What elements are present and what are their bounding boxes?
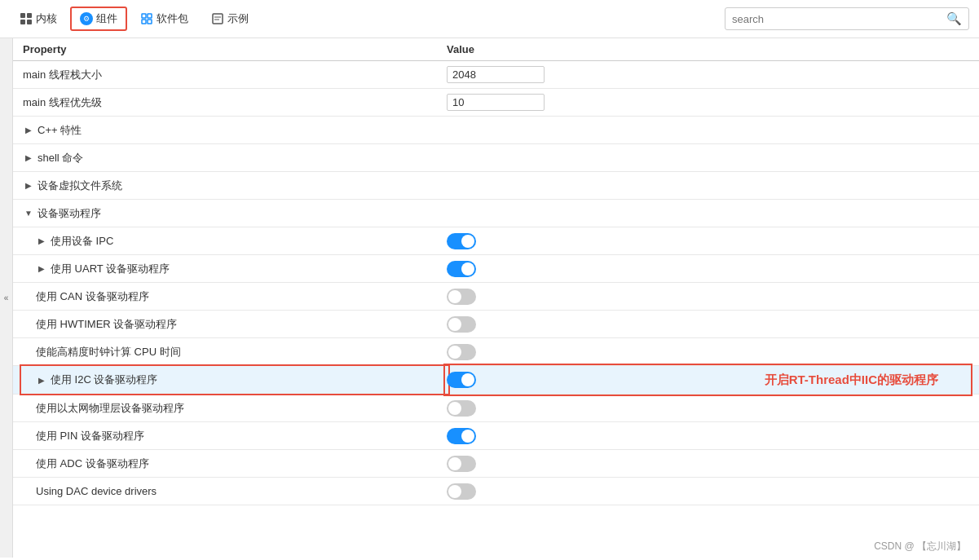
table-row: main 线程栈大小 — [13, 61, 979, 89]
property-cell: main 线程优先级 — [23, 90, 447, 115]
property-table: Property Value main 线程栈大小 main 线程优先级 — [13, 38, 979, 558]
expand-arrow[interactable] — [36, 374, 47, 386]
footer: CSDN @ 【忘川湖】 — [874, 540, 966, 553]
main-stack-input[interactable] — [447, 66, 545, 83]
property-label: 设备驱动程序 — [37, 206, 101, 221]
sidebar-toggle[interactable]: « — [0, 38, 13, 558]
expand-arrow[interactable] — [23, 125, 34, 136]
value-cell — [447, 209, 969, 218]
value-cell — [447, 339, 969, 365]
expand-arrow[interactable] — [36, 263, 47, 275]
table-row: 使用 PIN 设备驱动程序 — [13, 422, 979, 450]
toggle-eth[interactable] — [447, 400, 476, 417]
table-row: 使用 HWTIMER 设备驱动程序 — [13, 311, 979, 338]
table-row-i2c: 使用 I2C 设备驱动程序 开启RT-Thread中IIC的驱动程序 — [13, 366, 979, 395]
property-label: 使用 ADC 设备驱动程序 — [36, 456, 149, 471]
svg-rect-4 — [142, 14, 146, 18]
value-cell — [447, 395, 969, 421]
property-cell: C++ 特性 — [23, 118, 447, 143]
toggle-cpu-time[interactable] — [447, 344, 476, 360]
value-cell — [447, 256, 969, 282]
property-cell: 使用 ADC 设备驱动程序 — [23, 452, 447, 476]
toggle-ipc[interactable] — [447, 233, 476, 249]
table-row: 使用 ADC 设备驱动程序 — [13, 450, 979, 478]
toggle-uart[interactable] — [447, 261, 476, 277]
property-cell: Using DAC device drivers — [23, 480, 447, 502]
nav-label-kernel: 内核 — [36, 11, 57, 26]
value-cell — [447, 478, 969, 505]
toggle-dac[interactable] — [447, 483, 476, 500]
property-cell: 使用 I2C 设备驱动程序 — [23, 368, 447, 392]
table-row: main 线程优先级 — [13, 89, 979, 117]
property-cell: 使用 PIN 设备驱动程序 — [23, 424, 447, 448]
table-row: 设备虚拟文件系统 — [13, 172, 979, 200]
toggle-can[interactable] — [447, 289, 476, 305]
toggle-i2c[interactable] — [447, 372, 476, 388]
toggle-pin[interactable] — [447, 428, 476, 444]
nav-item-example[interactable]: 示例 — [201, 7, 258, 31]
search-icon[interactable]: 🔍 — [946, 11, 962, 26]
property-cell: main 线程栈大小 — [23, 63, 447, 87]
property-label: main 线程栈大小 — [23, 68, 102, 82]
value-cell — [447, 423, 969, 449]
property-label: main 线程优先级 — [23, 95, 102, 110]
table-row: 使用 UART 设备驱动程序 — [13, 255, 979, 283]
package-icon — [140, 12, 153, 25]
table-row: Using DAC device drivers — [13, 478, 979, 505]
header-property: Property — [23, 43, 447, 55]
value-cell — [447, 228, 969, 254]
property-cell: 使能高精度时钟计算 CPU 时间 — [23, 340, 447, 364]
value-cell — [447, 311, 969, 337]
expand-arrow[interactable] — [36, 236, 47, 247]
value-cell — [447, 61, 969, 88]
property-cell: 使用设备 IPC — [23, 229, 447, 254]
svg-rect-7 — [148, 20, 152, 24]
property-label: 使用设备 IPC — [51, 234, 113, 249]
toggle-hwtimer[interactable] — [447, 316, 476, 333]
value-cell — [447, 284, 969, 310]
svg-rect-5 — [148, 14, 152, 18]
svg-rect-0 — [20, 13, 25, 18]
property-label: 使用 PIN 设备驱动程序 — [36, 429, 144, 443]
value-cell — [447, 181, 969, 191]
nav-label-package: 软件包 — [157, 11, 188, 26]
nav-item-component[interactable]: ⚙ 组件 — [70, 7, 127, 31]
property-label: Using DAC device drivers — [36, 485, 157, 497]
i2c-annotation: 开启RT-Thread中IIC的驱动程序 — [765, 373, 938, 388]
expand-arrow[interactable] — [23, 180, 34, 192]
top-nav: 内核 ⚙ 组件 软件包 示例 🔍 — [0, 0, 979, 38]
table-row: 使用以太网物理层设备驱动程序 — [13, 395, 979, 422]
svg-rect-2 — [20, 20, 25, 24]
property-cell: 设备虚拟文件系统 — [23, 174, 447, 198]
expand-arrow[interactable] — [23, 152, 34, 164]
property-label: 使用 HWTIMER 设备驱动程序 — [36, 317, 177, 332]
property-label: 设备虚拟文件系统 — [37, 179, 122, 193]
table-row: shell 命令 — [13, 144, 979, 172]
property-label: C++ 特性 — [37, 123, 82, 138]
property-cell: 使用以太网物理层设备驱动程序 — [23, 396, 447, 421]
value-cell — [447, 451, 969, 477]
search-input[interactable] — [732, 13, 942, 25]
table-header: Property Value — [13, 38, 979, 61]
property-cell: 使用 HWTIMER 设备驱动程序 — [23, 312, 447, 337]
value-cell — [447, 153, 969, 163]
expand-arrow[interactable] — [23, 208, 34, 219]
svg-rect-6 — [142, 20, 146, 24]
main-priority-input[interactable] — [447, 94, 545, 111]
footer-text: CSDN @ 【忘川湖】 — [874, 540, 966, 552]
property-cell: shell 命令 — [23, 146, 447, 170]
main-content: « Property Value main 线程栈大小 main 线程优先级 — [0, 38, 979, 558]
property-label: shell 命令 — [37, 151, 83, 165]
table-row: 设备驱动程序 — [13, 200, 979, 227]
property-cell: 使用 UART 设备驱动程序 — [23, 257, 447, 281]
svg-rect-3 — [27, 20, 32, 24]
nav-item-package[interactable]: 软件包 — [130, 7, 198, 31]
nav-label-example: 示例 — [227, 11, 249, 26]
nav-item-kernel[interactable]: 内核 — [10, 7, 67, 31]
toggle-adc[interactable] — [447, 456, 476, 472]
value-cell — [447, 126, 969, 135]
property-cell: 使用 CAN 设备驱动程序 — [23, 284, 447, 309]
property-label-i2c: 使用 I2C 设备驱动程序 — [51, 373, 157, 387]
value-cell — [447, 89, 969, 116]
kernel-icon — [20, 12, 33, 25]
